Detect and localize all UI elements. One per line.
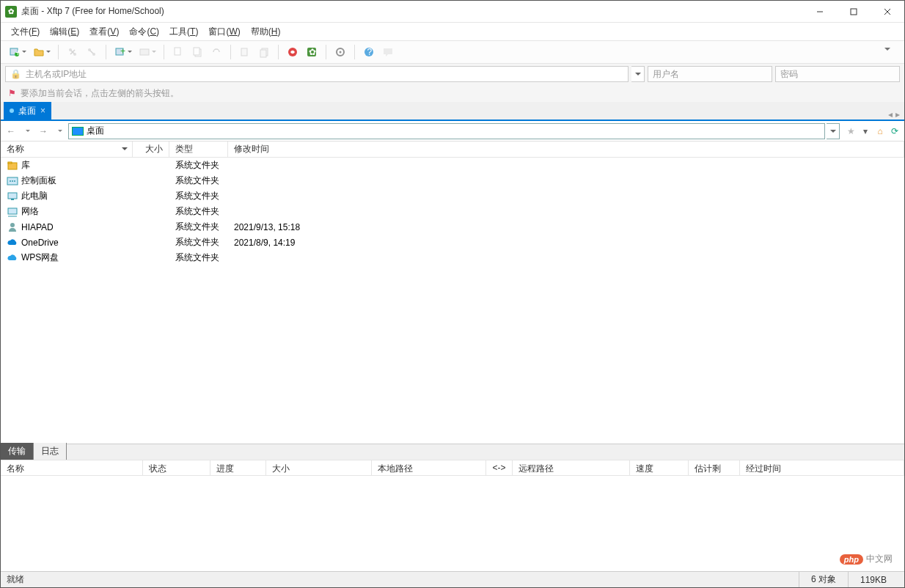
menu-file[interactable]: 文件(F) <box>7 24 44 40</box>
xcol-elapsed[interactable]: 经过时间 <box>740 460 904 475</box>
copy-button[interactable] <box>169 43 187 61</box>
toolbar: + + ✿ ? <box>1 40 904 64</box>
file-row[interactable]: 网络系统文件夹 <box>1 204 904 219</box>
xcol-status[interactable]: 状态 <box>143 460 210 475</box>
svg-point-9 <box>88 48 91 51</box>
xcol-speed[interactable]: 速度 <box>630 460 689 475</box>
xshell-button[interactable] <box>284 43 301 61</box>
xcol-size[interactable]: 大小 <box>266 460 372 475</box>
file-name: 控制面板 <box>21 174 56 187</box>
file-type: 系统文件夹 <box>169 205 228 218</box>
feedback-button[interactable] <box>379 43 397 61</box>
path-input[interactable]: 桌面 <box>68 123 825 139</box>
password-input[interactable]: 密码 <box>775 66 900 82</box>
svg-text:?: ? <box>367 47 373 57</box>
upload-button[interactable] <box>236 43 254 61</box>
username-input[interactable]: 用户名 <box>648 66 772 82</box>
svg-rect-16 <box>194 48 199 55</box>
menu-edit[interactable]: 编辑(E) <box>45 24 84 40</box>
svg-point-7 <box>69 48 72 51</box>
nav-back-button[interactable]: ← <box>4 124 18 139</box>
tab-nav-left-icon[interactable]: ◂ <box>888 109 893 120</box>
column-name[interactable]: 名称 <box>1 142 133 157</box>
svg-point-8 <box>73 53 76 56</box>
file-row[interactable]: OneDrive系统文件夹2021/8/9, 14:19 <box>1 235 904 250</box>
tab-transfer[interactable]: 传输 <box>1 443 34 460</box>
status-bar: 就绪 6 对象 119KB <box>1 571 904 587</box>
svg-point-32 <box>14 180 15 182</box>
xftp-button[interactable]: ✿ <box>303 43 320 61</box>
nav-bar: ← → 桌面 ★ ▾ ⌂ ⟳ <box>1 121 904 142</box>
menu-tools[interactable]: 工具(T) <box>165 24 202 40</box>
new-session-button[interactable]: + <box>6 43 23 61</box>
tab-label: 桌面 <box>18 105 36 117</box>
file-row[interactable]: 此电脑系统文件夹 <box>1 188 904 204</box>
tab-nav-right-icon[interactable]: ▸ <box>895 109 900 120</box>
bookmark-menu-icon[interactable]: ▾ <box>859 125 872 138</box>
file-type: 系统文件夹 <box>169 174 228 187</box>
new-transfer-button[interactable]: + <box>111 43 129 61</box>
xcol-remote[interactable]: 远程路径 <box>513 460 630 475</box>
paste-button[interactable] <box>188 43 206 61</box>
column-modified[interactable]: 修改时间 <box>228 142 904 157</box>
refresh-icon[interactable]: ⟳ <box>888 125 901 138</box>
hint-text: 要添加当前会话，点击左侧的箭头按钮。 <box>21 87 179 100</box>
menu-help[interactable]: 帮助(H) <box>246 24 285 40</box>
menu-window[interactable]: 窗口(W) <box>204 24 244 40</box>
disconnect-button[interactable] <box>83 43 100 61</box>
path-dropdown-button[interactable] <box>827 123 840 139</box>
download-button[interactable] <box>255 43 273 61</box>
file-name: OneDrive <box>21 238 59 248</box>
menu-view[interactable]: 查看(V) <box>85 24 123 40</box>
xcol-eta[interactable]: 估计剩余... <box>689 460 740 475</box>
title-bar: ✿ 桌面 - Xftp 7 (Free for Home/School) <box>1 1 904 23</box>
xcol-direction[interactable]: <-> <box>486 460 513 475</box>
minimize-button[interactable] <box>803 1 837 23</box>
host-input[interactable]: 🔒 主机名或IP地址 <box>5 66 629 82</box>
help-button[interactable]: ? <box>360 43 378 61</box>
app-icon: ✿ <box>5 6 17 18</box>
file-row[interactable]: HIAPAD系统文件夹2021/9/13, 15:18 <box>1 219 904 235</box>
sync-button[interactable] <box>136 43 153 61</box>
maximize-button[interactable] <box>837 1 871 23</box>
toolbar-overflow-button[interactable] <box>882 43 899 61</box>
xcol-progress[interactable]: 进度 <box>210 460 266 475</box>
connect-bar: 🔒 主机名或IP地址 用户名 密码 <box>1 64 904 84</box>
column-type[interactable]: 类型 <box>169 142 228 157</box>
reconnect-button[interactable] <box>64 43 81 61</box>
svg-text:+: + <box>120 46 125 56</box>
status-ready: 就绪 <box>7 573 24 586</box>
link-button[interactable] <box>208 43 225 61</box>
column-size[interactable]: 大小 <box>133 142 169 157</box>
file-row[interactable]: 控制面板系统文件夹 <box>1 173 904 188</box>
file-row[interactable]: 库系统文件夹 <box>1 158 904 173</box>
file-list[interactable]: 库系统文件夹控制面板系统文件夹此电脑系统文件夹网络系统文件夹HIAPAD系统文件… <box>1 158 904 444</box>
file-type: 系统文件夹 <box>169 190 228 202</box>
options-button[interactable] <box>331 43 349 61</box>
menu-command[interactable]: 命令(C) <box>125 24 164 40</box>
xcol-name[interactable]: 名称 <box>1 460 143 475</box>
svg-point-30 <box>10 180 11 182</box>
nav-forward-button[interactable]: → <box>36 124 51 139</box>
close-button[interactable] <box>871 1 904 23</box>
tab-close-icon[interactable]: × <box>40 106 45 116</box>
svg-text:✿: ✿ <box>309 47 316 57</box>
open-session-button[interactable] <box>30 43 48 61</box>
toolbar-separator <box>278 45 279 59</box>
path-text: 桌面 <box>87 125 104 137</box>
file-type: 系统文件夹 <box>169 251 228 264</box>
xcol-local[interactable]: 本地路径 <box>372 460 486 475</box>
wps-icon <box>7 252 18 264</box>
home-icon[interactable]: ⌂ <box>873 125 887 138</box>
nav-forward-history-button[interactable] <box>52 124 67 139</box>
session-tab-desktop[interactable]: 桌面 × <box>4 102 51 120</box>
nav-back-history-button[interactable] <box>20 124 34 139</box>
transfer-list[interactable] <box>1 476 904 571</box>
host-dropdown-button[interactable] <box>631 66 645 82</box>
file-row[interactable]: WPS网盘系统文件夹 <box>1 250 904 265</box>
onedrive-icon <box>7 237 18 249</box>
tab-log[interactable]: 日志 <box>34 443 67 460</box>
file-pane: 名称 大小 类型 修改时间 库系统文件夹控制面板系统文件夹此电脑系统文件夹网络系… <box>1 142 904 444</box>
svg-point-36 <box>10 223 15 227</box>
bookmark-star-icon[interactable]: ★ <box>844 125 857 138</box>
